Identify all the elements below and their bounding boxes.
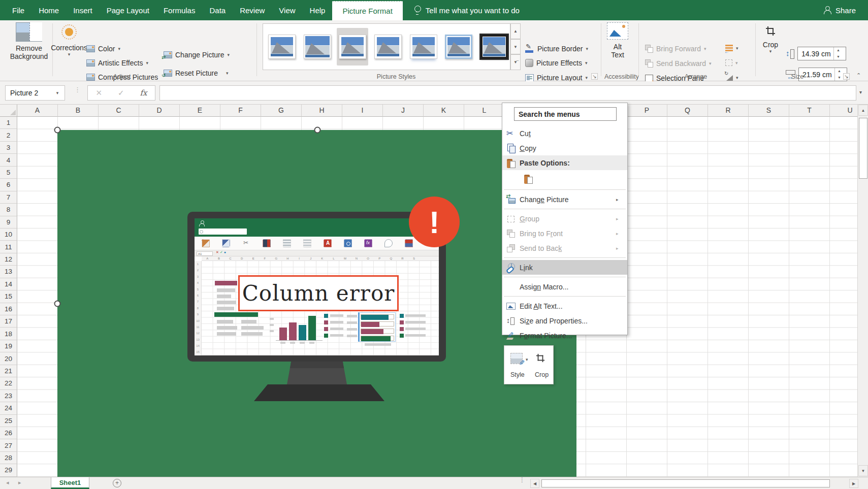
share-button[interactable]: Share <box>824 0 856 20</box>
context-menu-item-format-picture[interactable]: Format Picture... <box>502 328 627 343</box>
context-menu-item-copy[interactable]: Copy <box>502 141 627 155</box>
row-header-24[interactable]: 24 <box>0 402 17 414</box>
style-dropdown-chevron[interactable]: ▾ <box>526 357 528 362</box>
picture-style-soft-edge-rectangle[interactable] <box>443 28 475 66</box>
row-header-7[interactable]: 7 <box>0 191 17 204</box>
corrections-button[interactable]: Corrections ▾ <box>54 22 84 57</box>
column-header-T[interactable]: T <box>789 105 830 117</box>
tab-review[interactable]: Review <box>233 0 272 20</box>
vertical-scrollbar[interactable]: ▲ ▼ <box>857 105 868 477</box>
name-box[interactable]: ▾ <box>5 85 65 101</box>
row-header-14[interactable]: 14 <box>0 278 17 290</box>
gallery-scroll-down[interactable]: ▼ <box>510 39 521 55</box>
mini-style-label[interactable]: Style <box>510 371 525 378</box>
selection-handle-top-left[interactable] <box>54 127 61 134</box>
mini-crop-label[interactable]: Crop <box>535 371 549 378</box>
column-header-P[interactable]: P <box>627 105 667 117</box>
picture-border-button[interactable]: Picture Border ▾ <box>525 44 588 53</box>
row-header-1[interactable]: 1 <box>0 117 17 129</box>
align-button[interactable]: ▾ <box>725 45 738 51</box>
picture-style-beveled-matte-white[interactable] <box>302 28 333 66</box>
scroll-down-arrow[interactable]: ▼ <box>858 465 868 476</box>
context-menu-item-assign-macro[interactable]: Assign Macro... <box>502 279 627 294</box>
color-button[interactable]: Color ▾ <box>86 45 120 53</box>
gallery-scroll-up[interactable]: ▲ <box>510 23 521 39</box>
context-menu-item-cut[interactable]: Cut <box>502 126 627 141</box>
horizontal-scroll-thumb[interactable] <box>541 479 830 487</box>
row-header-16[interactable]: 16 <box>0 303 17 315</box>
row-header-26[interactable]: 26 <box>0 427 17 439</box>
row-header-13[interactable]: 13 <box>0 266 17 278</box>
picture-effects-button[interactable]: Picture Effects ▾ <box>525 59 588 67</box>
column-header-H[interactable]: H <box>302 105 342 117</box>
context-menu-item-send-to-back[interactable]: Send to Back▸ <box>502 241 627 255</box>
tab-data[interactable]: Data <box>202 0 233 20</box>
picture-style-metal-frame[interactable] <box>337 28 368 66</box>
picture-styles-dialog-launcher[interactable]: ↘ <box>591 73 598 80</box>
row-header-6[interactable]: 6 <box>0 179 17 191</box>
row-header-18[interactable]: 18 <box>0 328 17 340</box>
column-header-S[interactable]: S <box>749 105 789 117</box>
row-header-20[interactable]: 20 <box>0 352 17 365</box>
tab-home[interactable]: Home <box>31 0 66 20</box>
context-menu-item-group[interactable]: Group▸ <box>502 211 627 226</box>
column-header-F[interactable]: F <box>220 105 261 117</box>
selection-handle-middle-left[interactable] <box>54 301 61 307</box>
row-header-25[interactable]: 25 <box>0 415 17 427</box>
picture-style-thick-black-frame[interactable] <box>478 28 510 66</box>
row-header-11[interactable]: 11 <box>0 241 17 253</box>
picture-style-reflected-rounded-rectangle[interactable] <box>408 28 439 66</box>
column-header-L[interactable]: L <box>464 105 505 117</box>
tell-me-box[interactable]: Tell me what you want to do <box>403 0 520 20</box>
picture-style-drop-shadow-rectangle[interactable] <box>372 28 404 66</box>
column-header-U[interactable]: U <box>830 105 857 117</box>
row-header-8[interactable]: 8 <box>0 204 17 216</box>
scroll-right-arrow[interactable]: ▶ <box>849 479 858 488</box>
new-sheet-button[interactable]: + <box>113 479 121 487</box>
tab-picture-format[interactable]: Picture Format <box>332 1 402 20</box>
shape-width-spinner[interactable]: ▲▼ <box>834 68 844 81</box>
select-all-corner[interactable] <box>0 105 17 117</box>
shape-height-field[interactable]: ▲▼ <box>797 47 846 60</box>
column-header-Q[interactable]: Q <box>667 105 708 117</box>
cancel-icon[interactable]: ✕ <box>95 88 102 97</box>
row-header-10[interactable]: 10 <box>0 229 17 241</box>
expand-formula-bar-icon[interactable]: ▾ <box>859 89 862 95</box>
row-header-19[interactable]: 19 <box>0 340 17 352</box>
tab-insert[interactable]: Insert <box>66 0 100 20</box>
picture-style-simple-white-frame[interactable] <box>266 28 298 66</box>
selection-handle-top-middle[interactable] <box>314 127 321 134</box>
context-menu-item-link[interactable]: Link <box>502 260 627 275</box>
row-header-3[interactable]: 3 <box>0 142 17 154</box>
shape-height-input[interactable] <box>798 50 833 58</box>
rotate-button[interactable]: ▾ <box>725 74 738 81</box>
column-header-K[interactable]: K <box>424 105 464 117</box>
context-menu-item-paste-options[interactable]: Paste Options: <box>502 155 627 170</box>
group-objects-button[interactable]: ▾ <box>725 59 738 66</box>
row-header-2[interactable]: 2 <box>0 129 17 141</box>
size-dialog-launcher[interactable]: ↘ <box>843 73 850 80</box>
row-header-9[interactable]: 9 <box>0 216 17 229</box>
row-header-12[interactable]: 12 <box>0 253 17 266</box>
enter-icon[interactable]: ✓ <box>118 88 124 97</box>
crop-button[interactable]: Crop ▾ <box>760 22 781 54</box>
context-menu-item-edit-alt-text[interactable]: Edit Alt Text... <box>502 299 627 313</box>
row-header-17[interactable]: 17 <box>0 315 17 328</box>
tab-help[interactable]: Help <box>303 0 333 20</box>
scroll-left-arrow[interactable]: ◀ <box>530 479 539 488</box>
row-header-4[interactable]: 4 <box>0 154 17 166</box>
picture-layout-button[interactable]: Picture Layout ▾ <box>525 74 588 82</box>
alt-text-button[interactable]: Alt Text <box>606 22 629 59</box>
column-header-J[interactable]: J <box>383 105 424 117</box>
gallery-more-button[interactable]: ▼̅ <box>510 54 521 70</box>
row-header-27[interactable]: 27 <box>0 439 17 451</box>
send-backward-button[interactable]: Send Backward ▾ <box>645 59 712 68</box>
row-header-29[interactable]: 29 <box>0 464 17 476</box>
context-menu-item-change-picture[interactable]: Change Picture▸ <box>502 192 627 207</box>
row-header-5[interactable]: 5 <box>0 167 17 179</box>
scroll-up-arrow[interactable]: ▲ <box>858 105 868 116</box>
column-header-B[interactable]: B <box>58 105 99 117</box>
context-menu-item-bring-to-front[interactable]: Bring to Front▸ <box>502 226 627 241</box>
formula-input[interactable] <box>159 85 856 101</box>
name-box-dropdown-icon[interactable]: ▾ <box>52 90 62 95</box>
